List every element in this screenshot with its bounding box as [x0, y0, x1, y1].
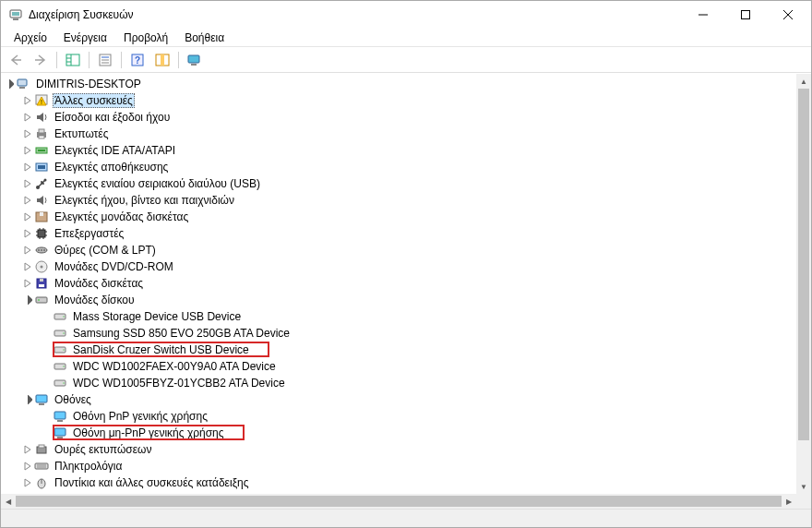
tree-node-label[interactable]: Οθόνη PnP γενικής χρήσης — [71, 410, 209, 423]
expand-icon[interactable] — [21, 210, 34, 223]
scroll-right-icon[interactable]: ▶ — [782, 494, 796, 509]
expand-icon[interactable] — [21, 144, 34, 157]
tree-node-label[interactable]: DIMITRIS-DESKTOP — [34, 78, 143, 90]
tree-node[interactable]: Οθόνη PnP γενικής χρήσης — [3, 408, 796, 425]
tree-node[interactable]: !Άλλες συσκευές — [3, 92, 796, 109]
tree-node-label[interactable]: Είσοδοι και έξοδοι ήχου — [53, 111, 172, 124]
tree-node[interactable]: WDC WD1002FAEX-00Y9A0 ATA Device — [3, 358, 796, 375]
svg-rect-74 — [57, 437, 63, 438]
scan-hardware-button[interactable] — [151, 50, 173, 70]
tree-node-label[interactable]: Ελεγκτές αποθήκευσης — [53, 161, 170, 174]
expand-icon[interactable] — [21, 277, 34, 290]
tree-node[interactable]: Samsung SSD 850 EVO 250GB ATA Device — [3, 325, 796, 342]
tree-node-label[interactable]: Ελεγκτές ήχου, βίντεο και παιχνιδιών — [53, 194, 236, 207]
tree-node[interactable]: Mass Storage Device USB Device — [3, 308, 796, 325]
svg-rect-76 — [39, 445, 44, 448]
device-tree[interactable]: DIMITRIS-DESKTOP!Άλλες συσκευέςΕίσοδοι κ… — [1, 74, 796, 494]
toolbar: ? — [1, 47, 811, 73]
tree-node[interactable]: Οθόνες — [3, 391, 796, 408]
expand-icon[interactable] — [21, 476, 34, 489]
tree-node-label[interactable]: Ελεγκτές μονάδας δισκέτας — [53, 210, 190, 223]
tree-node[interactable]: Θύρες (COM & LPT) — [3, 242, 796, 258]
expand-icon[interactable] — [21, 111, 34, 124]
tree-node-label[interactable]: WDC WD1002FAEX-00Y9A0 ATA Device — [71, 360, 278, 373]
expand-icon[interactable] — [21, 460, 34, 473]
tree-node[interactable]: Ελεγκτές μονάδας δισκέτας — [3, 209, 796, 225]
scroll-left-icon[interactable]: ◀ — [1, 494, 16, 509]
tree-node-label[interactable]: Άλλες συσκευές — [53, 93, 135, 108]
scroll-up-icon[interactable]: ▲ — [796, 74, 811, 89]
menu-help[interactable]: Βοήθεια — [177, 30, 232, 45]
vertical-scrollbar[interactable]: ▲ ▼ — [796, 74, 811, 494]
tree-node-label[interactable]: Samsung SSD 850 EVO 250GB ATA Device — [71, 327, 292, 340]
tree-node[interactable]: Ελεγκτές IDE ATA/ATAPI — [3, 142, 796, 159]
tree-node[interactable]: Ελεγκτές αποθήκευσης — [3, 159, 796, 175]
monitor-button[interactable] — [184, 50, 206, 70]
expand-icon[interactable] — [21, 177, 34, 190]
expand-icon[interactable] — [21, 260, 34, 273]
tree-node[interactable]: Ουρές εκτυπώσεων — [3, 441, 796, 458]
tree-node-label[interactable]: Θύρες (COM & LPT) — [53, 244, 158, 257]
tree-node-label[interactable]: Εκτυπωτές — [53, 127, 111, 140]
tree-node[interactable]: WDC WD1005FBYZ-01YCBB2 ATA Device — [3, 375, 796, 391]
expand-icon[interactable] — [21, 94, 34, 107]
maximize-button[interactable] — [724, 1, 767, 29]
tree-node-label[interactable]: Ουρές εκτυπώσεων — [53, 443, 153, 456]
svg-rect-69 — [36, 395, 47, 402]
tree-node[interactable]: Ποντίκια και άλλες συσκευές κατάδειξης — [3, 474, 796, 491]
tree-node-label[interactable]: Ελεγκτές ενιαίου σειριακού διαύλου (USB) — [53, 177, 262, 190]
tree-node-label[interactable]: Οθόνη μη-PnP γενικής χρήσης — [71, 426, 226, 439]
tree-node[interactable]: Μονάδες δισκέτας — [3, 275, 796, 292]
expand-icon[interactable] — [21, 227, 34, 240]
scroll-track[interactable] — [796, 89, 811, 479]
scroll-thumb[interactable] — [798, 89, 809, 440]
tree-node[interactable]: Εκτυπωτές — [3, 126, 796, 142]
keyboard-icon — [34, 459, 49, 474]
tree-node[interactable]: Πληκτρολόγια — [3, 458, 796, 474]
expand-icon[interactable] — [21, 194, 34, 207]
tree-node[interactable]: SanDisk Cruzer Switch USB Device — [3, 342, 796, 358]
properties-button[interactable] — [94, 50, 116, 70]
minimize-button[interactable] — [682, 1, 724, 29]
svg-rect-72 — [57, 420, 63, 422]
tree-node-label[interactable]: Ελεγκτές IDE ATA/ATAPI — [53, 144, 177, 157]
tree-node[interactable]: Επεξεργαστές — [3, 225, 796, 242]
tree-node[interactable]: Μονάδες DVD/CD-ROM — [3, 258, 796, 275]
tree-node-label[interactable]: Μονάδες δισκέτας — [53, 277, 145, 290]
drive-icon — [53, 359, 67, 374]
help-button[interactable]: ? — [126, 50, 149, 70]
horizontal-scrollbar[interactable]: ◀ ▶ — [1, 494, 796, 509]
tree-node[interactable]: Είσοδοι και έξοδοι ήχου — [3, 109, 796, 126]
scroll-down-icon[interactable]: ▼ — [796, 479, 811, 494]
tree-node[interactable]: Μονάδες δίσκου — [3, 292, 796, 308]
tree-node[interactable]: DIMITRIS-DESKTOP — [3, 76, 796, 92]
svg-point-50 — [41, 249, 42, 251]
tree-node-label[interactable]: Πληκτρολόγια — [53, 460, 124, 473]
tree-node[interactable]: Οθόνη μη-PnP γενικής χρήσης — [3, 425, 796, 441]
expand-icon[interactable] — [21, 244, 34, 257]
expand-icon[interactable] — [21, 127, 34, 140]
expand-icon[interactable] — [21, 443, 34, 456]
drive-icon — [53, 342, 67, 357]
tree-node[interactable]: Ελεγκτές ήχου, βίντεο και παιχνιδιών — [3, 192, 796, 209]
scroll-track[interactable] — [16, 494, 782, 509]
menu-file[interactable]: Αρχείο — [6, 30, 54, 45]
tree-node[interactable]: Ελεγκτές ενιαίου σειριακού διαύλου (USB) — [3, 175, 796, 192]
tree-node-label[interactable]: Επεξεργαστές — [53, 227, 125, 240]
tree-node-label[interactable]: WDC WD1005FBYZ-01YCBB2 ATA Device — [71, 377, 287, 390]
show-hide-tree-button[interactable] — [62, 50, 84, 70]
collapse-icon[interactable] — [21, 294, 34, 306]
menu-view[interactable]: Προβολή — [116, 30, 175, 45]
collapse-icon[interactable] — [21, 393, 34, 406]
tree-node-label[interactable]: Οθόνες — [53, 393, 93, 406]
tree-node-label[interactable]: SanDisk Cruzer Switch USB Device — [71, 343, 251, 356]
tree-node-label[interactable]: Μονάδες δίσκου — [53, 294, 137, 306]
tree-node-label[interactable]: Ποντίκια και άλλες συσκευές κατάδειξης — [53, 476, 250, 489]
collapse-icon[interactable] — [3, 78, 16, 90]
scroll-thumb[interactable] — [16, 496, 782, 507]
expand-icon[interactable] — [21, 161, 34, 174]
tree-node-label[interactable]: Mass Storage Device USB Device — [71, 310, 243, 323]
menu-action[interactable]: Ενέργεια — [56, 30, 114, 45]
tree-node-label[interactable]: Μονάδες DVD/CD-ROM — [53, 260, 175, 273]
close-button[interactable] — [767, 1, 809, 29]
